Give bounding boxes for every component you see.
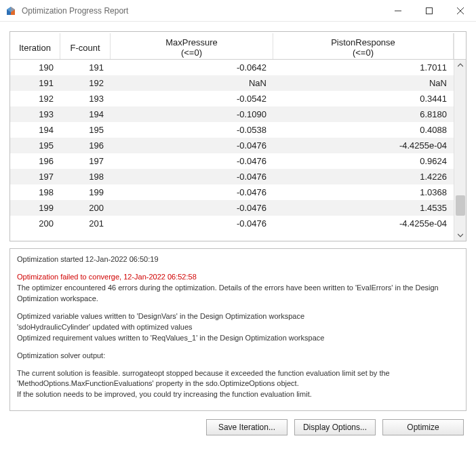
table-row[interactable]: 193194-0.10906.8180 <box>10 106 454 122</box>
cell-fcount: 196 <box>60 140 111 151</box>
cell-pistonresponse: 0.9624 <box>273 156 454 166</box>
cell-fcount: 193 <box>60 94 111 104</box>
log-solver-msg2: If the solution needs to be improved, yo… <box>17 389 459 400</box>
cell-iteration: 190 <box>10 62 60 73</box>
table-row[interactable]: 194195-0.05380.4088 <box>10 122 454 138</box>
col-header-fcount[interactable]: F-count <box>60 33 111 59</box>
cell-pistonresponse: NaN <box>273 78 454 88</box>
cell-pistonresponse: 6.8180 <box>273 109 454 119</box>
iteration-table: Iteration F-count MaxPressure (<=0) Pist… <box>9 31 467 241</box>
button-label: Display Options... <box>303 423 367 432</box>
cell-pistonresponse: -4.4255e-04 <box>273 218 454 229</box>
table-row[interactable]: 196197-0.04760.9624 <box>10 153 454 169</box>
col-label: PistonResponse <box>276 37 450 47</box>
cell-maxpressure: -0.0476 <box>111 172 273 182</box>
cell-iteration: 195 <box>10 140 60 151</box>
cell-maxpressure: -0.0476 <box>111 218 273 229</box>
log-failed: Optimization failed to converge, 12-Jan-… <box>17 272 459 283</box>
cell-iteration: 200 <box>10 218 60 229</box>
log-solver-header: Optimization solver output: <box>17 351 459 362</box>
log-model-updated: 'sdoHydraulicCylinder' updated with opti… <box>17 322 459 333</box>
cell-maxpressure: -0.0642 <box>111 62 273 73</box>
cell-maxpressure: -0.0476 <box>111 140 273 151</box>
cell-iteration: 192 <box>10 94 60 104</box>
table-row[interactable]: 199200-0.04761.4535 <box>10 200 454 216</box>
scroll-up-icon[interactable] <box>454 60 467 71</box>
table-row[interactable]: 190191-0.06421.7011 <box>10 60 454 75</box>
cell-maxpressure: -0.0538 <box>111 125 273 135</box>
log-reqvalues: Optimized requirement values written to … <box>17 333 459 344</box>
col-sublabel: (<=0) <box>113 47 270 58</box>
table-body: 190191-0.06421.7011191192NaNNaN192193-0.… <box>10 60 454 241</box>
cell-iteration: 198 <box>10 187 60 197</box>
cell-pistonresponse: 1.4226 <box>273 172 454 182</box>
table-row[interactable]: 191192NaNNaN <box>10 75 454 91</box>
cell-iteration: 196 <box>10 156 60 166</box>
col-header-maxpressure[interactable]: MaxPressure (<=0) <box>111 33 273 59</box>
cell-iteration: 199 <box>10 203 60 213</box>
log-designvars: Optimized variable values written to 'De… <box>17 311 459 322</box>
col-label: MaxPressure <box>113 37 270 47</box>
cell-fcount: 200 <box>60 203 111 213</box>
cell-fcount: 199 <box>60 187 111 197</box>
cell-pistonresponse: 1.7011 <box>273 62 454 73</box>
table-header-row: Iteration F-count MaxPressure (<=0) Pist… <box>10 33 466 60</box>
cell-maxpressure: -0.0476 <box>111 187 273 197</box>
button-label: Save Iteration... <box>218 423 275 432</box>
button-label: Optimize <box>407 423 439 432</box>
cell-iteration: 194 <box>10 125 60 135</box>
cell-pistonresponse: -4.4255e-04 <box>273 140 454 151</box>
close-button[interactable] <box>445 0 476 22</box>
table-row[interactable]: 197198-0.04761.4226 <box>10 169 454 184</box>
table-row[interactable]: 192193-0.05420.3441 <box>10 91 454 106</box>
cell-pistonresponse: 1.0368 <box>273 187 454 197</box>
cell-fcount: 192 <box>60 78 111 88</box>
save-iteration-button[interactable]: Save Iteration... <box>206 419 287 435</box>
cell-fcount: 198 <box>60 172 111 182</box>
cell-maxpressure: -0.0476 <box>111 156 273 166</box>
log-started: Optimization started 12-Jan-2022 06:50:1… <box>17 254 459 265</box>
cell-maxpressure: NaN <box>111 78 273 88</box>
maximize-button[interactable] <box>414 0 445 22</box>
col-header-scrollspace <box>454 33 466 59</box>
cell-fcount: 191 <box>60 62 111 73</box>
table-row[interactable]: 195196-0.0476-4.4255e-04 <box>10 138 454 153</box>
log-panel: Optimization started 12-Jan-2022 06:50:1… <box>9 248 467 411</box>
cell-fcount: 201 <box>60 218 111 229</box>
svg-rect-2 <box>427 7 433 14</box>
cell-fcount: 194 <box>60 109 111 119</box>
cell-pistonresponse: 0.3441 <box>273 94 454 104</box>
cell-pistonresponse: 0.4088 <box>273 125 454 135</box>
table-row[interactable]: 200201-0.0476-4.4255e-04 <box>10 216 454 231</box>
scroll-thumb[interactable] <box>456 195 465 216</box>
col-label: Iteration <box>13 43 57 53</box>
col-label: F-count <box>63 43 107 53</box>
cell-iteration: 191 <box>10 78 60 88</box>
app-icon <box>5 5 16 16</box>
cell-fcount: 197 <box>60 156 111 166</box>
cell-iteration: 193 <box>10 109 60 119</box>
table-row[interactable]: 198199-0.04761.0368 <box>10 184 454 200</box>
display-options-button[interactable]: Display Options... <box>294 419 376 435</box>
title-bar: Optimization Progress Report <box>0 0 476 22</box>
optimize-button[interactable]: Optimize <box>382 419 464 435</box>
cell-pistonresponse: 1.4535 <box>273 203 454 213</box>
window-title: Optimization Progress Report <box>22 6 128 16</box>
cell-maxpressure: -0.0476 <box>111 203 273 213</box>
col-sublabel: (<=0) <box>276 47 450 58</box>
vertical-scrollbar[interactable] <box>454 60 466 241</box>
cell-iteration: 197 <box>10 172 60 182</box>
cell-fcount: 195 <box>60 125 111 135</box>
log-solver-msg1: The current solution is feasible. surrog… <box>17 368 459 390</box>
log-error-detail: The optimizer encountered 46 errors duri… <box>17 283 459 305</box>
cell-maxpressure: -0.1090 <box>111 109 273 119</box>
scroll-down-icon[interactable] <box>454 230 467 241</box>
minimize-button[interactable] <box>382 0 414 22</box>
col-header-pistonresponse[interactable]: PistonResponse (<=0) <box>273 33 454 59</box>
cell-maxpressure: -0.0542 <box>111 94 273 104</box>
button-row: Save Iteration... Display Options... Opt… <box>9 411 467 435</box>
col-header-iteration[interactable]: Iteration <box>10 33 60 59</box>
